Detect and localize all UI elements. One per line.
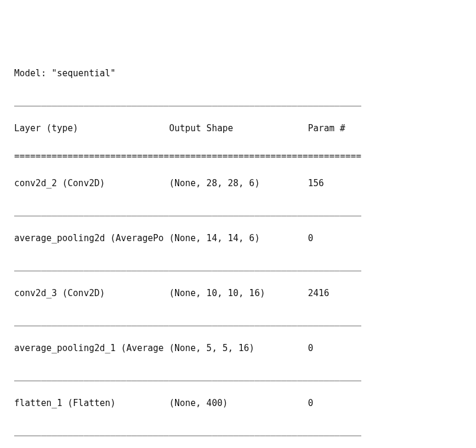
table-row: flatten_1 (Flatten)(None, 400)0	[14, 397, 462, 410]
layer-params: 156	[308, 177, 361, 190]
separator-single: ________________________________________…	[14, 314, 462, 328]
layer-name: conv2d_2 (Conv2D)	[14, 177, 169, 190]
table-row: average_pooling2d (AveragePo(None, 14, 1…	[14, 232, 462, 245]
separator-single: ________________________________________…	[14, 204, 462, 218]
layer-name: average_pooling2d (AveragePo	[14, 232, 169, 245]
layer-params: 0	[308, 342, 361, 355]
table-row: average_pooling2d_1 (Average(None, 5, 5,…	[14, 342, 462, 355]
header-layer: Layer (type)	[14, 122, 169, 135]
model-title: Model: "sequential"	[14, 67, 462, 80]
layer-name: flatten_1 (Flatten)	[14, 397, 169, 410]
layer-shape: (None, 5, 5, 16)	[169, 342, 308, 355]
separator-double: ========================================…	[14, 150, 462, 163]
layer-params: 2416	[308, 287, 361, 300]
layer-params: 0	[308, 232, 361, 245]
header-shape: Output Shape	[169, 122, 308, 135]
layer-shape: (None, 10, 10, 16)	[169, 287, 308, 300]
separator-single: ________________________________________…	[14, 95, 462, 108]
separator-single: ________________________________________…	[14, 424, 462, 438]
layer-shape: (None, 400)	[169, 397, 308, 410]
separator-single: ________________________________________…	[14, 369, 462, 383]
separator-single: ________________________________________…	[14, 259, 462, 273]
layer-params: 0	[308, 397, 361, 410]
layer-shape: (None, 14, 14, 6)	[169, 232, 308, 245]
header-row: Layer (type)Output ShapeParam #	[14, 122, 462, 135]
table-row: conv2d_2 (Conv2D)(None, 28, 28, 6)156	[14, 177, 462, 190]
layer-shape: (None, 28, 28, 6)	[169, 177, 308, 190]
table-row: conv2d_3 (Conv2D)(None, 10, 10, 16)2416	[14, 287, 462, 300]
header-param: Param #	[308, 122, 361, 135]
layer-name: average_pooling2d_1 (Average	[14, 342, 169, 355]
layer-name: conv2d_3 (Conv2D)	[14, 287, 169, 300]
